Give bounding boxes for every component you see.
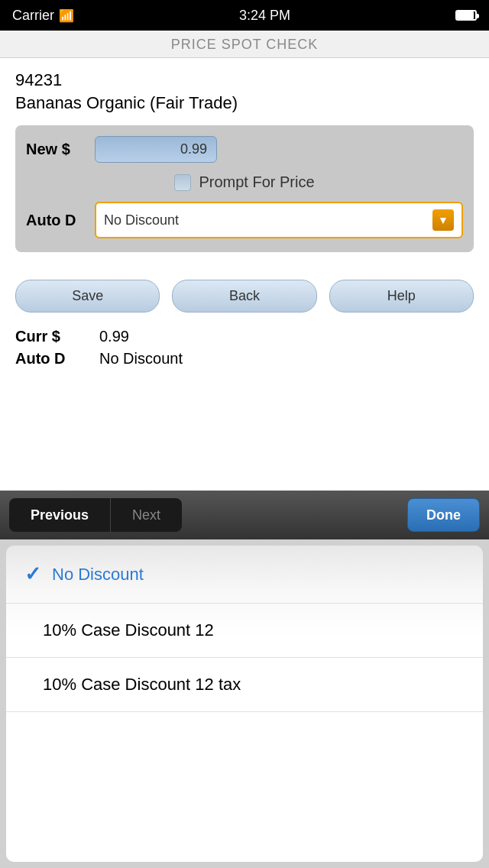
prompt-price-label: Prompt For Price	[199, 173, 314, 191]
page-title: PRICE SPOT CHECK	[0, 37, 489, 53]
auto-discount-label: Auto D	[26, 212, 95, 229]
curr-price-label: Curr $	[15, 328, 99, 345]
nav-bar: Previous Next Done	[0, 491, 489, 539]
dropdown-inner: ✓ No Discount 10% Case Discount 12 10% C…	[6, 546, 483, 862]
action-buttons: Save Back Help	[0, 277, 489, 325]
page-header: PRICE SPOT CHECK	[0, 31, 489, 58]
curr-price-row: Curr $ 0.99	[15, 328, 474, 345]
discount-select[interactable]: No Discount ▼	[95, 202, 463, 238]
wifi-icon: 📶	[59, 8, 74, 23]
form-area: New $ Prompt For Price Auto D No Discoun…	[15, 125, 474, 252]
discount-select-wrapper: No Discount ▼	[95, 202, 463, 238]
previous-button[interactable]: Previous	[9, 498, 110, 532]
curr-price-value: 0.99	[99, 328, 129, 345]
new-price-input[interactable]	[95, 136, 217, 163]
info-rows: Curr $ 0.99 Auto D No Discount	[0, 325, 489, 387]
prompt-price-checkbox[interactable]	[174, 174, 191, 191]
dropdown-panel: ✓ No Discount 10% Case Discount 12 10% C…	[0, 539, 489, 868]
new-price-label: New $	[26, 141, 95, 158]
curr-auto-label: Auto D	[15, 350, 99, 368]
back-button[interactable]: Back	[172, 280, 316, 313]
discount-arrow-icon: ▼	[432, 209, 454, 231]
main-content: 94231 Bananas Organic (Fair Trade) New $…	[0, 58, 489, 277]
discount-option-2[interactable]: 10% Case Discount 12 tax	[6, 658, 483, 712]
curr-auto-row: Auto D No Discount	[15, 350, 474, 368]
done-button[interactable]: Done	[407, 498, 480, 532]
discount-option-2-label: 10% Case Discount 12 tax	[43, 675, 241, 695]
time-display: 3:24 PM	[239, 8, 290, 24]
discount-option-0-label: No Discount	[52, 565, 144, 585]
help-button[interactable]: Help	[329, 280, 474, 313]
prompt-price-wrapper: Prompt For Price	[174, 173, 314, 191]
product-id: 94231	[15, 70, 474, 90]
battery-icon	[455, 10, 477, 21]
curr-auto-value: No Discount	[99, 350, 183, 368]
save-button[interactable]: Save	[15, 280, 160, 313]
checkmark-icon: ✓	[24, 562, 41, 586]
status-bar: Carrier 📶 3:24 PM	[0, 0, 489, 31]
prev-next-control: Previous Next	[9, 498, 182, 532]
prompt-price-row: Prompt For Price	[26, 173, 463, 191]
carrier-label: Carrier 📶	[12, 8, 74, 24]
carrier-text: Carrier	[12, 8, 54, 24]
discount-option-1-label: 10% Case Discount 12	[43, 620, 214, 640]
auto-discount-row: Auto D No Discount ▼	[26, 202, 463, 238]
new-price-row: New $	[26, 136, 463, 163]
discount-option-1[interactable]: 10% Case Discount 12	[6, 604, 483, 658]
discount-selected-text: No Discount	[104, 212, 179, 228]
next-button[interactable]: Next	[110, 498, 182, 532]
discount-option-0[interactable]: ✓ No Discount	[6, 546, 483, 604]
product-name: Bananas Organic (Fair Trade)	[15, 93, 474, 113]
